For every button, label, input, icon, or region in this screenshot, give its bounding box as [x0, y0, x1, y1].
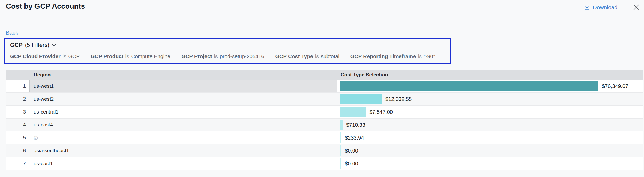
- region-label: asia-southeast1: [34, 148, 69, 154]
- region-cell[interactable]: ∅: [29, 131, 337, 144]
- table-row[interactable]: 4 us-east4 $710.33: [6, 119, 643, 131]
- region-cell[interactable]: us-west2: [29, 93, 337, 105]
- cost-cell[interactable]: $7,547.00: [337, 106, 643, 118]
- page-title: Cost by GCP Accounts: [6, 2, 85, 11]
- filter-chip-product[interactable]: GCP Product is Compute Engine: [91, 53, 170, 60]
- back-link[interactable]: Back: [6, 30, 18, 36]
- cost-bar: [340, 120, 343, 130]
- close-icon: [633, 4, 640, 11]
- region-label: ∅: [34, 135, 38, 141]
- cost-value: $0.00: [345, 148, 358, 154]
- filter-chip-project[interactable]: GCP Project is prod-setup-205416: [181, 53, 264, 60]
- download-button[interactable]: Download: [584, 4, 617, 11]
- row-number: 2: [6, 93, 29, 105]
- cost-cell[interactable]: $0.00: [337, 157, 643, 170]
- table-row[interactable]: 7 us-east1 $0.00: [6, 157, 643, 170]
- region-cell[interactable]: asia-southeast1: [29, 144, 337, 157]
- filter-chip-reporting-timeframe[interactable]: GCP Reporting Timeframe is "-90": [350, 53, 435, 60]
- cost-column-header[interactable]: Cost Type Selection: [337, 70, 643, 80]
- table-row[interactable]: 5 ∅ $233.94: [6, 131, 643, 144]
- chevron-down-icon: [52, 44, 56, 46]
- cost-bar: [340, 132, 341, 143]
- filter-count: (5 Filters): [25, 42, 49, 48]
- row-number-header: [6, 70, 29, 80]
- download-label: Download: [593, 4, 617, 11]
- cost-cell[interactable]: $233.94: [337, 131, 643, 144]
- region-column-header[interactable]: Region: [29, 70, 337, 80]
- region-cell[interactable]: us-east1: [29, 157, 337, 170]
- cost-bar: [340, 94, 382, 104]
- header-actions: Download: [584, 4, 640, 11]
- cost-cell[interactable]: $12,332.55: [337, 93, 643, 105]
- table-header-row: Region Cost Type Selection: [6, 70, 643, 80]
- region-label: us-west1: [34, 83, 54, 89]
- cost-report-panel: Cost by GCP Accounts Download Back: [0, 0, 644, 177]
- cost-value: $76,349.67: [602, 83, 628, 89]
- region-label: us-central1: [34, 109, 58, 115]
- filter-box: GCP (5 Filters) GCP Cloud Provider is GC…: [4, 38, 451, 64]
- cost-bar: [340, 107, 366, 117]
- filter-chip-cost-type[interactable]: GCP Cost Type is subtotal: [275, 53, 339, 60]
- table-row[interactable]: 6 asia-southeast1 $0.00: [6, 144, 643, 157]
- row-number: 5: [6, 131, 29, 144]
- filter-summary-toggle[interactable]: GCP (5 Filters): [10, 42, 56, 48]
- cost-table: Region Cost Type Selection 1 us-west1 $7…: [6, 70, 643, 170]
- download-icon: [584, 4, 590, 11]
- cost-value: $0.00: [345, 161, 358, 167]
- row-number: 1: [6, 80, 29, 92]
- table-row[interactable]: 3 us-central1 $7,547.00: [6, 106, 643, 119]
- cost-value: $7,547.00: [369, 109, 393, 115]
- cost-value: $12,332.55: [385, 96, 412, 102]
- region-label: us-west2: [34, 96, 54, 102]
- cost-value: $710.33: [346, 122, 365, 128]
- cost-cell[interactable]: $76,349.67: [337, 80, 643, 92]
- close-button[interactable]: [633, 4, 640, 11]
- filter-chip-list: GCP Cloud Provider is GCP GCP Product is…: [10, 53, 447, 60]
- row-number: 4: [6, 119, 29, 131]
- cost-bar: [340, 81, 598, 91]
- cost-cell[interactable]: $0.00: [337, 144, 643, 157]
- filter-chip-cloud-provider[interactable]: GCP Cloud Provider is GCP: [10, 53, 80, 60]
- table-body: 1 us-west1 $76,349.67 2 us-west2 $12,332…: [6, 80, 643, 170]
- cost-value: $233.94: [345, 135, 364, 141]
- cost-cell[interactable]: $710.33: [337, 119, 643, 131]
- region-label: us-east4: [34, 122, 53, 128]
- region-cell[interactable]: us-east4: [29, 119, 337, 131]
- region-cell[interactable]: us-west1: [29, 80, 337, 92]
- cost-bar: [340, 145, 341, 156]
- region-label: us-east1: [34, 161, 53, 166]
- table-row[interactable]: 1 us-west1 $76,349.67: [6, 80, 643, 93]
- row-number: 7: [6, 157, 29, 170]
- table-row[interactable]: 2 us-west2 $12,332.55: [6, 93, 643, 106]
- region-cell[interactable]: us-central1: [29, 106, 337, 118]
- row-number: 6: [6, 144, 29, 157]
- row-number: 3: [6, 106, 29, 118]
- cost-bar: [340, 158, 341, 169]
- filter-provider-name: GCP: [10, 42, 23, 48]
